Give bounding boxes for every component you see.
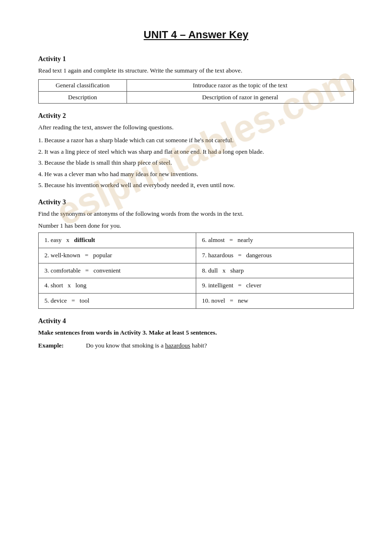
act3-left-cell: 5. device = tool bbox=[39, 294, 196, 309]
page-title: UNIT 4 – Answer Key bbox=[38, 29, 354, 41]
activity3-section: Activity 3 Find the synonyms or antonyms… bbox=[38, 199, 354, 309]
activity1-table: General classificationIntroduce razor as… bbox=[38, 79, 354, 104]
activity1-heading: Activity 1 bbox=[38, 55, 354, 63]
act3-right-cell: 8. dull x sharp bbox=[196, 263, 354, 278]
act3-left-cell: 3. comfortable = convenient bbox=[39, 263, 196, 278]
act2-answer-item: 5. Because his invention worked well and… bbox=[38, 180, 354, 190]
act1-col1: General classification bbox=[39, 79, 127, 91]
act1-col2: Introduce razor as the topic of the text bbox=[127, 79, 353, 91]
example-end: habit? bbox=[190, 342, 207, 349]
act2-answer-item: 3. Because the blade is small thin sharp… bbox=[38, 158, 354, 168]
activity4-heading: Activity 4 bbox=[38, 317, 354, 325]
act3-left-cell: 2. well-known = popular bbox=[39, 248, 196, 263]
act3-right-cell: 6. almost = nearly bbox=[196, 233, 354, 248]
activity1-section: Activity 1 Read text 1 again and complet… bbox=[38, 55, 354, 104]
example-label: Example: bbox=[38, 342, 64, 349]
act2-answer-item: 4. He was a clever man who had many idea… bbox=[38, 169, 354, 179]
act3-right-cell: 9. intelligent = clever bbox=[196, 278, 354, 294]
activity4-example: Example: Do you know that smoking is a h… bbox=[38, 341, 354, 351]
activity2-heading: Activity 2 bbox=[38, 112, 354, 120]
act2-answer-item: 1. Because a razor has a sharp blade whi… bbox=[38, 136, 354, 145]
act3-left-cell: 4. short x long bbox=[39, 278, 196, 294]
act3-right-cell: 7. hazardous = dangerous bbox=[196, 248, 354, 263]
example-text: Do you know that smoking is a bbox=[86, 342, 165, 349]
activity3-table: 1. easy x difficult6. almost = nearly2. … bbox=[38, 232, 354, 309]
act1-col2: Description of razor in general bbox=[127, 91, 353, 103]
activity3-number1done: Number 1 has been done for you. bbox=[38, 222, 354, 230]
activity4-instruction: Make sentences from words in Activity 3.… bbox=[38, 328, 354, 337]
act3-left-cell: 1. easy x difficult bbox=[39, 233, 196, 248]
activity1-instruction: Read text 1 again and complete its struc… bbox=[38, 66, 354, 75]
activity2-instruction: After reading the text, answer the follo… bbox=[38, 123, 354, 132]
activity2-answers: 1. Because a razor has a sharp blade whi… bbox=[38, 136, 354, 190]
example-word: hazardous bbox=[165, 342, 191, 349]
act3-right-cell: 10. novel = new bbox=[196, 294, 354, 309]
activity3-heading: Activity 3 bbox=[38, 199, 354, 206]
activity4-section: Activity 4 Make sentences from words in … bbox=[38, 317, 354, 351]
act2-answer-item: 2. It was a ling piece of steel which wa… bbox=[38, 147, 354, 157]
activity2-section: Activity 2 After reading the text, answe… bbox=[38, 112, 354, 190]
act1-col1: Description bbox=[39, 91, 127, 103]
activity3-instruction: Find the synonyms or antonyms of the fol… bbox=[38, 209, 354, 219]
